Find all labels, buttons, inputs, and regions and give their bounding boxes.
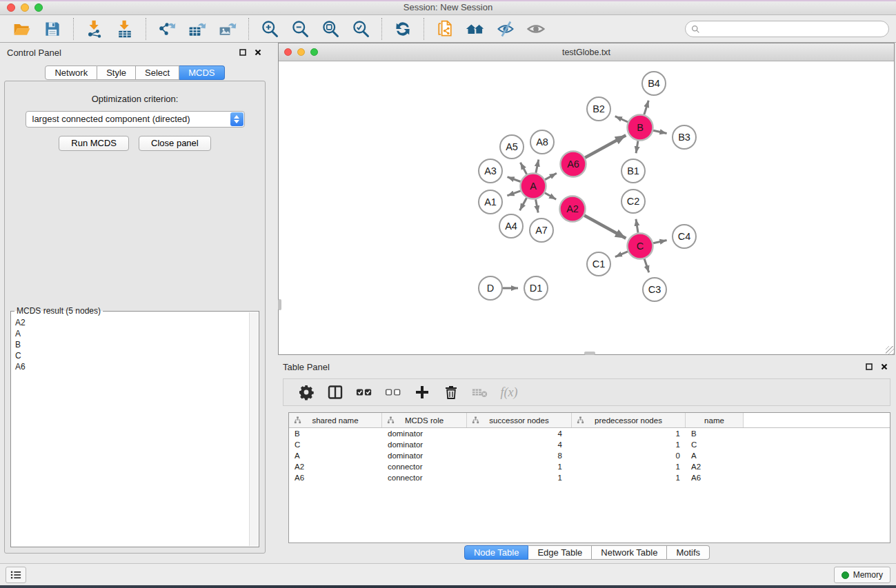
search-input[interactable] [700,24,888,34]
graph-node-C2[interactable]: C2 [621,190,645,213]
graph-edge-A-A7[interactable] [536,199,539,212]
result-item-a2[interactable]: A2 [15,317,249,328]
graph-edge-C-C2[interactable] [636,219,638,233]
table-row-a2[interactable]: A2connector11A2 [289,461,890,472]
graph-edge-C-C3[interactable] [644,258,649,272]
import-table-icon[interactable] [115,19,135,39]
tab-edge-table[interactable]: Edge Table [528,545,592,560]
table-row-b[interactable]: Bdominator41B [289,428,890,439]
float-table-panel-icon[interactable] [864,362,874,372]
graph-node-B[interactable]: B [628,115,653,141]
graph-node-A7[interactable]: A7 [530,219,553,242]
task-history-button[interactable] [6,567,26,583]
toggle-columns-icon[interactable] [325,383,346,402]
graph-edge-C-C4[interactable] [653,241,667,243]
hide-eye-icon[interactable] [495,19,516,39]
graph-node-A6[interactable]: A6 [561,152,586,177]
save-session-icon[interactable] [42,19,63,39]
table-row-a6[interactable]: A6connector11A6 [289,472,890,483]
graph-node-D[interactable]: D [479,276,502,300]
column-header-predecessor-nodes[interactable]: predecessor nodes [572,413,686,427]
graph-edge-A-A4[interactable] [520,198,527,210]
graph-node-B4[interactable]: B4 [642,72,666,95]
result-scrollbar[interactable] [249,312,258,546]
graph-node-C[interactable]: C [628,234,653,259]
network-document-icon[interactable] [435,19,455,39]
result-item-b[interactable]: B [15,339,249,350]
search-box[interactable] [685,21,889,37]
graph-edge-A-A2[interactable] [545,193,556,199]
graph-edge-B-B3[interactable] [653,130,667,133]
tab-mcds[interactable]: MCDS [179,65,224,80]
network-vertical-scroll-thumb[interactable] [278,299,281,310]
graph-node-C1[interactable]: C1 [587,252,610,276]
add-column-icon[interactable] [412,383,432,402]
tab-motifs[interactable]: Motifs [667,545,710,560]
graph-node-A3[interactable]: A3 [479,159,502,183]
tab-style[interactable]: Style [97,65,136,80]
graph-node-C4[interactable]: C4 [673,225,696,248]
optimization-criterion-dropdown[interactable]: largest connected component (directed) [26,111,245,128]
graph-node-B3[interactable]: B3 [673,125,696,149]
close-panel-icon[interactable] [253,48,263,57]
export-image-icon[interactable] [217,19,238,39]
column-settings-icon[interactable] [296,383,317,402]
graph-edge-A-A3[interactable] [508,177,521,182]
graph-node-D1[interactable]: D1 [524,276,548,300]
column-header-MCDS-role[interactable]: MCDS role [382,413,467,427]
show-eye-icon[interactable] [526,19,546,39]
zoom-out-icon[interactable] [290,19,310,39]
export-network-icon[interactable] [157,19,177,39]
table-row-a[interactable]: Adominator80A [289,450,890,461]
zoom-in-icon[interactable] [259,19,280,39]
result-item-c[interactable]: C [15,350,249,361]
column-header-shared-name[interactable]: shared name [289,413,382,427]
network-horizontal-scroll-thumb[interactable] [584,352,595,355]
window-resize-grip[interactable] [886,346,894,354]
graph-edge-A-A6[interactable] [545,173,557,179]
zoom-fit-icon[interactable] [320,19,341,39]
column-header-successor-nodes[interactable]: successor nodes [467,413,572,427]
graph-edge-A6-B[interactable] [585,135,626,157]
graph-edge-A-A8[interactable] [536,159,539,172]
tab-select[interactable]: Select [136,65,179,80]
graph-node-A2[interactable]: A2 [560,196,586,222]
tab-network[interactable]: Network [45,65,97,80]
graph-edge-B-B2[interactable] [615,116,628,122]
tab-node-table[interactable]: Node Table [464,545,529,560]
graph-node-B2[interactable]: B2 [587,97,610,121]
delete-column-icon[interactable] [441,383,461,402]
graph-node-B1[interactable]: B1 [621,159,645,183]
graph-node-A5[interactable]: A5 [500,135,524,159]
home-views-icon[interactable] [465,19,486,39]
graph-node-A1[interactable]: A1 [479,190,502,214]
graph-node-C3[interactable]: C3 [643,278,666,301]
graph-edge-A-A5[interactable] [520,163,526,174]
export-table-icon[interactable] [187,19,208,39]
close-table-panel-icon[interactable] [879,362,889,372]
table-row-c[interactable]: Cdominator41C [289,439,890,450]
close-panel-button[interactable]: Close panel [139,136,211,151]
graph-edge-B-B4[interactable] [644,101,648,115]
graph-edge-A2-C[interactable] [584,215,626,238]
network-window-titlebar[interactable]: testGlobe.txt [279,43,894,61]
graph-edge-A-A1[interactable] [507,191,520,196]
zoom-selected-icon[interactable] [350,19,371,39]
graph-node-A8[interactable]: A8 [530,130,554,154]
float-panel-icon[interactable] [238,48,248,57]
run-mcds-button[interactable]: Run MCDS [59,136,129,151]
result-item-a[interactable]: A [15,328,249,339]
tab-network-table[interactable]: Network Table [592,545,667,560]
graph-edge-C-C1[interactable] [615,252,628,257]
open-file-icon[interactable] [12,19,32,39]
graph-edge-B-B1[interactable] [636,141,638,153]
network-canvas[interactable]: AA1A3A5A8A6A2A4A7BB1B2B3B4CC1C2C3C4DD1 [279,61,894,354]
memory-button[interactable]: Memory [834,567,890,583]
import-network-icon[interactable] [84,19,105,39]
select-all-checks-icon[interactable] [354,383,375,402]
result-item-a6[interactable]: A6 [15,361,249,372]
column-header-name[interactable]: name [686,413,744,427]
deselect-all-checks-icon[interactable] [383,383,404,402]
refresh-icon[interactable] [392,19,413,39]
graph-node-A[interactable]: A [521,174,546,199]
